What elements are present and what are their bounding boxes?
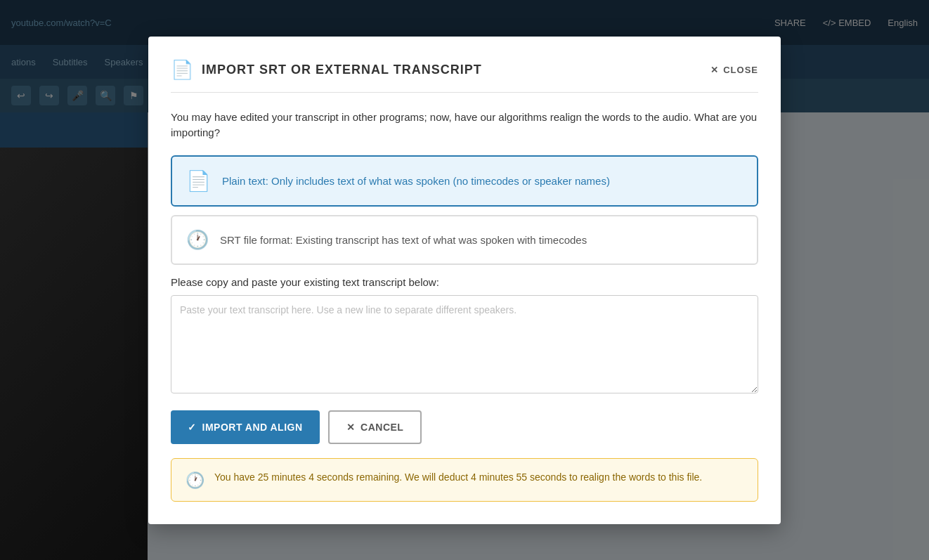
srt-icon: 🕐 <box>186 229 209 251</box>
warning-banner: 🕐 You have 25 minutes 4 seconds remainin… <box>171 458 758 502</box>
warning-text: You have 25 minutes 4 seconds remaining.… <box>214 470 702 485</box>
paste-label: Please copy and paste your existing text… <box>171 276 758 288</box>
import-align-button[interactable]: ✓ IMPORT AND ALIGN <box>171 410 320 444</box>
plain-text-option[interactable]: 📄 Plain text: Only includes text of what… <box>171 155 758 207</box>
modal-title-area: 📄 IMPORT SRT OR EXTERNAL TRANSCRIPT <box>171 59 482 81</box>
import-modal: 📄 IMPORT SRT OR EXTERNAL TRANSCRIPT ✕ CL… <box>148 37 781 524</box>
checkmark-icon: ✓ <box>188 422 197 433</box>
close-x-icon: ✕ <box>710 65 719 75</box>
cancel-x-icon: ✕ <box>346 422 356 433</box>
clock-warning-icon: 🕐 <box>186 471 204 490</box>
modal-title: IMPORT SRT OR EXTERNAL TRANSCRIPT <box>202 63 482 77</box>
cancel-button[interactable]: ✕ CANCEL <box>328 410 422 444</box>
srt-option[interactable]: 🕐 SRT file format: Existing transcript h… <box>171 215 758 265</box>
cancel-label: CANCEL <box>360 422 403 433</box>
srt-label: SRT file format: Existing transcript has… <box>220 234 587 246</box>
close-label: CLOSE <box>723 65 758 75</box>
import-align-label: IMPORT AND ALIGN <box>202 422 303 433</box>
modal-description: You may have edited your transcript in o… <box>171 110 758 141</box>
modal-overlay: 📄 IMPORT SRT OR EXTERNAL TRANSCRIPT ✕ CL… <box>0 0 929 560</box>
plain-text-label: Plain text: Only includes text of what w… <box>222 175 610 187</box>
import-icon: 📄 <box>171 59 193 81</box>
modal-header: 📄 IMPORT SRT OR EXTERNAL TRANSCRIPT ✕ CL… <box>171 59 758 93</box>
transcript-textarea[interactable] <box>171 295 758 393</box>
plain-text-icon: 📄 <box>186 169 211 193</box>
close-button[interactable]: ✕ CLOSE <box>710 65 758 75</box>
button-row: ✓ IMPORT AND ALIGN ✕ CANCEL <box>171 410 758 444</box>
